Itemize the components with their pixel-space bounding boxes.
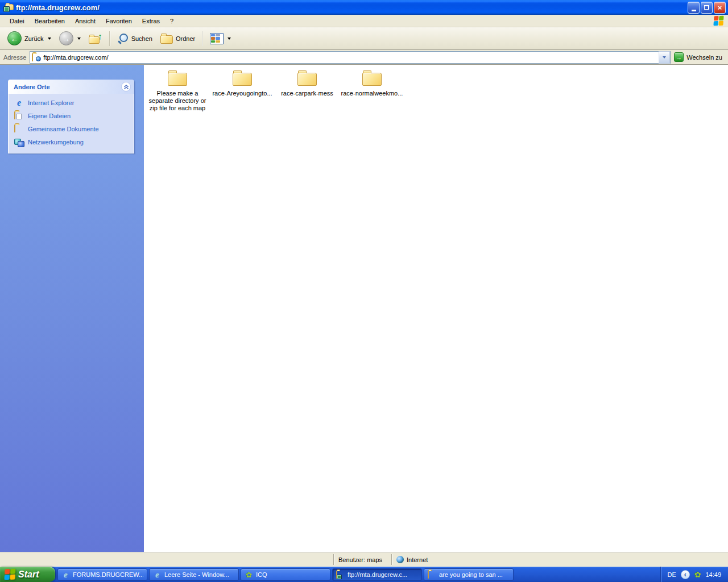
forward-icon: → (59, 31, 73, 45)
views-button[interactable] (206, 31, 235, 47)
sidebar-item-gemeinsame-dokumente[interactable]: Gemeinsame Dokumente (14, 125, 129, 133)
screen: ftp://mta.drugcrew.com/ × Datei Bearbeit… (0, 0, 728, 582)
taskbar-button-label: ftp://mta.drugcrew.c... (348, 571, 418, 578)
menu-item-ansicht[interactable]: Ansicht (70, 16, 101, 26)
address-dropdown-button[interactable] (659, 51, 670, 64)
globe-badge-icon (36, 56, 41, 61)
folder-item[interactable]: race-normalweekmo... (340, 68, 404, 97)
statusbar-zone: Internet (407, 556, 428, 563)
ftp-folder-icon (336, 571, 345, 579)
menu-item-hilfe[interactable]: ? (165, 16, 179, 26)
statusbar-user: Benutzer: maps (338, 556, 382, 563)
sidebar-item-eigene-dateien[interactable]: Eigene Dateien (14, 112, 129, 120)
taskbar-button-icq[interactable]: ✿ ICQ (241, 568, 330, 581)
folders-icon (160, 35, 173, 44)
statusbar-zone-pane: Internet (392, 552, 728, 567)
taskbar-button-are-you-going[interactable]: are you going to san ... (424, 568, 514, 581)
folder-name: Please make a separate directory or zip … (147, 90, 208, 112)
back-icon: ← (7, 31, 22, 45)
sidebar-item-internet-explorer[interactable]: e Internet Explorer (14, 99, 129, 107)
menu-item-bearbeiten[interactable]: Bearbeiten (30, 16, 70, 26)
minimize-icon (692, 10, 696, 11)
restore-icon (704, 5, 709, 10)
collapse-chevron-icon[interactable] (121, 82, 131, 92)
taskbar-button-leere-seite[interactable]: e Leere Seite - Window... (149, 568, 239, 581)
go-arrow-icon: → (674, 52, 684, 62)
address-label: Adresse (3, 54, 26, 61)
windows-logo-icon (713, 16, 723, 26)
folder-icon (297, 73, 317, 86)
icq-flower-icon: ✿ (245, 571, 253, 579)
search-button[interactable]: Suchen (113, 31, 156, 47)
folder-item[interactable]: Please make a separate directory or zip … (145, 68, 210, 112)
folder-item[interactable]: race-Areyougoingto... (210, 68, 275, 97)
statusbar: Benutzer: maps Internet (0, 552, 728, 567)
forward-button[interactable]: → (55, 29, 85, 48)
panel-title: Andere Orte (14, 84, 50, 90)
address-input[interactable] (43, 52, 659, 63)
address-box[interactable] (30, 51, 671, 64)
views-icon (210, 33, 224, 44)
hide-tray-icons-chevron-icon[interactable]: ‹ (681, 570, 690, 579)
taskbar-button-ftp-active[interactable]: ftp://mta.drugcrew.c... (332, 568, 422, 581)
up-button[interactable]: ↑ (85, 31, 106, 46)
explorer-window: ftp://mta.drugcrew.com/ × Datei Bearbeit… (0, 0, 728, 567)
sidebar-item-label: Netzwerkumgebung (28, 139, 84, 146)
panel-header[interactable]: Andere Orte (8, 80, 134, 94)
restore-button[interactable] (701, 2, 713, 14)
sidebar-item-label: Eigene Dateien (28, 113, 71, 119)
back-label: Zurück (24, 35, 44, 42)
back-dropdown-icon[interactable] (48, 38, 51, 40)
internet-zone-icon (396, 556, 404, 563)
menu-item-extras[interactable]: Extras (137, 16, 165, 26)
addressbar: Adresse → Wechseln zu (0, 50, 728, 65)
system-tray: DE ‹ ✿ 14:49 (661, 567, 728, 582)
folder-item[interactable]: race-carpark-mess (275, 68, 340, 97)
sidebar-item-netzwerkumgebung[interactable]: Netzwerkumgebung (14, 138, 129, 146)
content-area: Andere Orte e Internet Explorer (0, 65, 728, 552)
internet-explorer-icon: e (14, 99, 24, 107)
sidebar: Andere Orte e Internet Explorer (0, 65, 144, 552)
folder-icon (233, 73, 252, 86)
my-documents-icon (14, 112, 24, 120)
language-indicator[interactable]: DE (667, 571, 676, 578)
forward-dropdown-icon[interactable] (77, 38, 81, 40)
shared-documents-folder-icon (14, 125, 24, 133)
close-button[interactable]: × (714, 2, 726, 14)
titlebar[interactable]: ftp://mta.drugcrew.com/ × (0, 0, 728, 15)
internet-explorer-icon: e (153, 571, 162, 579)
window-title: ftp://mta.drugcrew.com/ (16, 3, 688, 12)
other-places-panel: Andere Orte e Internet Explorer (8, 80, 134, 153)
icq-tray-icon[interactable]: ✿ (694, 570, 701, 579)
folders-button[interactable]: Ordner (156, 31, 199, 46)
toolbar-separator (202, 31, 203, 46)
menu-item-favoriten[interactable]: Favoriten (101, 16, 137, 26)
statusbar-user-pane: Benutzer: maps (334, 552, 391, 567)
folders-label: Ordner (176, 35, 195, 42)
minimize-button[interactable] (688, 2, 700, 14)
back-button[interactable]: ← Zurück (3, 29, 55, 48)
internet-explorer-icon: e (61, 571, 70, 579)
folder-name: race-normalweekmo... (341, 90, 403, 97)
start-button[interactable]: Start (0, 567, 55, 582)
views-dropdown-icon[interactable] (228, 38, 231, 40)
screen-glyph (3, 6, 10, 12)
taskbar-button-label: ICQ (256, 571, 326, 578)
go-button[interactable]: → Wechseln zu (671, 52, 727, 63)
clock[interactable]: 14:49 (705, 571, 721, 578)
taskbar: Start e FORUMS.DRUGCREW... e Leere Seite… (0, 567, 728, 582)
panel-body: e Internet Explorer Eigene Dateien (8, 94, 134, 153)
taskbar-button-label: Leere Seite - Window... (164, 571, 235, 578)
folder-icon (168, 73, 187, 86)
ftp-folder-icon (3, 3, 14, 12)
sidebar-item-label: Internet Explorer (28, 99, 74, 106)
taskbar-button-label: FORUMS.DRUGCREW... (73, 571, 143, 578)
folder-icon (428, 571, 436, 579)
folder-name: race-Areyougoingto... (212, 90, 272, 97)
folder-up-icon: ↑ (89, 33, 102, 44)
taskbar-button-forums[interactable]: e FORUMS.DRUGCREW... (57, 568, 147, 581)
start-label: Start (18, 569, 39, 580)
menu-item-datei[interactable]: Datei (5, 16, 30, 26)
search-label: Suchen (131, 35, 152, 42)
windows-start-flag-icon (4, 569, 15, 580)
